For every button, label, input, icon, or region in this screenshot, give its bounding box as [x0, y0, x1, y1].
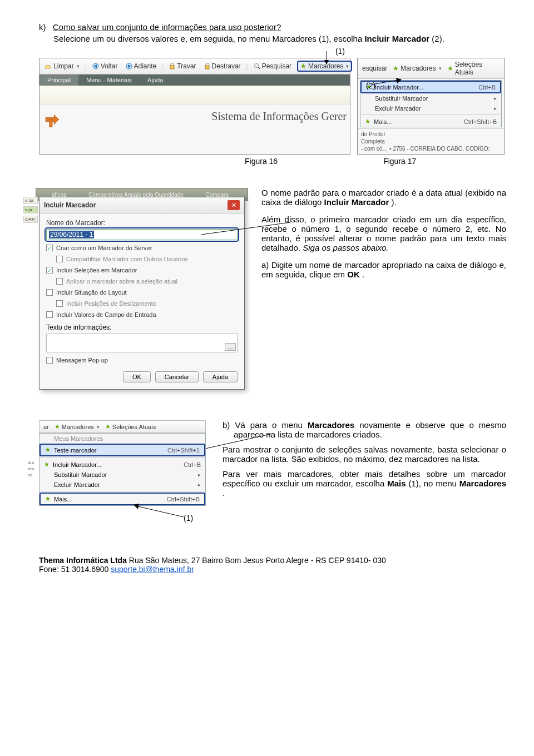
fig17-top: esquisar ★Marcadores▾ ★Seleções Atuais: [358, 58, 504, 79]
fig17-pesquisar[interactable]: esquisar: [360, 59, 389, 77]
ok-button[interactable]: OK: [123, 371, 151, 382]
dialog-title: Incluir Marcador: [44, 201, 96, 209]
fig16-system-title: Sistema de Informações Gerer: [211, 110, 347, 123]
menu2-teste-marcador[interactable]: ★ Teste-marcador Ctrl+Shift+1: [39, 444, 205, 456]
svg-line-12: [258, 67, 260, 69]
svg-line-14: [201, 222, 290, 235]
footer-phone: Fone: 51 3014.6900: [39, 565, 111, 574]
chk-layout[interactable]: Incluir Situação do Layout: [46, 289, 238, 296]
leader-line-mid: [201, 221, 296, 238]
chk-server[interactable]: ✓Criar como um Marcador do Server: [46, 245, 238, 251]
checkbox-icon: [56, 256, 63, 262]
menu-mais-shortcut: Ctrl+Shift+B: [464, 118, 497, 125]
menu-incluir-shortcut: Ctrl+B: [478, 84, 496, 91]
checkbox-icon: ✓: [46, 267, 53, 273]
destravar-label: Destravar: [212, 62, 241, 70]
right-text-mid: O nome padrão para o marcador criado é a…: [261, 188, 506, 287]
dialog-left-strip: o ca s pr ORR: [23, 197, 38, 223]
footer-address: Rua São Mateus, 27 Bairro Bom Jesus Port…: [129, 556, 386, 565]
checkbox-icon: [46, 289, 53, 296]
adiante-label: Adiante: [134, 62, 157, 70]
info-textarea[interactable]: …: [46, 334, 238, 352]
svg-rect-4: [46, 66, 50, 68]
svg-point-11: [254, 64, 258, 68]
star-plus-icon: ★: [365, 118, 370, 125]
leader-arrow-1: [313, 51, 340, 64]
chk-slide[interactable]: Incluir Posições de Deslizamento: [56, 300, 238, 307]
menu2-wrapper: ar ★Marcadores▾ ★Seleções Atuais Meus Ma…: [39, 420, 206, 506]
svg-rect-10: [205, 66, 209, 69]
info-label: Texto de informações:: [46, 324, 238, 331]
voltar-button[interactable]: Voltar: [90, 61, 120, 71]
star-icon: ★: [105, 423, 111, 430]
chk-share[interactable]: Compartilhar Marcador com Outros Usuário…: [56, 256, 238, 262]
star-icon: ★: [44, 461, 50, 468]
chk-selecoes[interactable]: ✓Incluir Seleções em Marcador: [46, 267, 238, 273]
checkbox-icon: ✓: [46, 245, 53, 251]
adiante-button[interactable]: Adiante: [123, 61, 159, 71]
star-plus-icon: ★: [45, 495, 51, 503]
fig17-selecoes[interactable]: ★Seleções Atuais: [445, 59, 502, 77]
footer-email-link[interactable]: suporte.bi@thema.inf.br: [111, 565, 194, 574]
arrow-logo-icon: [43, 110, 62, 129]
pesquisar-button[interactable]: Pesquisar: [251, 61, 294, 71]
menu2-excluir[interactable]: Excluir Marcador▸: [39, 480, 205, 490]
menu2-ar[interactable]: ar: [41, 422, 51, 431]
intro-text-pre: Selecione um ou diversos valores e, em s…: [53, 34, 364, 43]
chevron-right-icon: ▸: [494, 106, 497, 111]
menu-mais[interactable]: ★ Mais... Ctrl+Shift+B: [360, 116, 501, 127]
search-icon: [254, 63, 260, 69]
star-icon: ★: [300, 62, 306, 70]
menu2-marcadores[interactable]: ★Marcadores▾: [52, 422, 102, 431]
help-button[interactable]: Ajuda: [203, 371, 238, 382]
limpar-button[interactable]: Limpar▾: [43, 61, 82, 71]
fig17-caption: Figura 17: [383, 157, 416, 166]
marker-name-value: 29/06/2011 - 1: [49, 231, 94, 238]
limpar-label: Limpar: [53, 62, 74, 70]
lock-icon: [169, 63, 175, 69]
page-footer: Thema Informática Ltda Rua São Mateus, 2…: [39, 556, 506, 574]
chk-apply[interactable]: Aplicar o marcador sobre a seleção atual: [56, 278, 238, 285]
tab-menu-materiais[interactable]: Menu - Materiais: [78, 74, 140, 86]
fig16-content: Sistema de Informações Gerer: [39, 105, 350, 135]
svg-line-16: [136, 506, 184, 517]
chevron-right-icon: ▸: [198, 472, 201, 478]
svg-line-2: [372, 80, 398, 84]
fig16-banner: [39, 86, 350, 105]
cancel-button[interactable]: Cancelar: [155, 371, 199, 382]
checkbox-icon: [56, 278, 63, 285]
section-heading: k) Como salvar um conjunto de informaçõe…: [39, 22, 506, 32]
tab-ajuda[interactable]: Ajuda: [140, 74, 171, 86]
menu2-substituir[interactable]: Substituir Marcador▸: [39, 470, 205, 480]
menu2-meus: Meus Marcadores: [39, 434, 205, 444]
star-icon: ★: [447, 64, 453, 72]
fig17-marcadores[interactable]: ★Marcadores▾: [390, 59, 443, 77]
callout-1: (1): [39, 47, 506, 56]
menu2: Meus Marcadores ★ Teste-marcador Ctrl+Sh…: [39, 433, 206, 506]
checkbox-icon: [56, 300, 63, 307]
chk-popup[interactable]: Mensagem Pop-up: [46, 357, 238, 364]
intro-text-bold: Incluir Marcador: [364, 34, 429, 43]
svg-marker-17: [134, 504, 139, 509]
tab-principal[interactable]: Principal: [39, 74, 78, 86]
heading-title: Como salvar um conjunto de informações p…: [53, 22, 281, 32]
svg-marker-1: [324, 60, 329, 64]
figure-16: Limpar▾ | Voltar Adiante | Travar: [39, 58, 350, 155]
back-icon: [92, 63, 99, 69]
menu-excluir[interactable]: Excluir Marcador▸: [360, 103, 501, 113]
svg-rect-13: [50, 120, 52, 127]
chk-entry[interactable]: Incluir Valores de Campo de Entrada: [46, 311, 238, 318]
checkbox-icon: [46, 357, 53, 364]
menu2-selecoes[interactable]: ★Seleções Atuais: [103, 422, 158, 431]
menu-substituir[interactable]: Substituir Marcador▸: [360, 93, 501, 103]
chevron-right-icon: ▸: [494, 96, 497, 101]
svg-rect-9: [170, 66, 174, 69]
close-button[interactable]: ✕: [228, 200, 240, 210]
svg-marker-3: [396, 78, 402, 83]
menu2-incluir[interactable]: ★ Incluir Marcador... Ctrl+B: [39, 459, 205, 470]
figure-17: esquisar ★Marcadores▾ ★Seleções Atuais ★…: [357, 58, 505, 155]
travar-button[interactable]: Travar: [167, 61, 198, 71]
ellipsis-button[interactable]: …: [225, 343, 236, 351]
forward-icon: [126, 63, 132, 69]
destravar-button[interactable]: Destravar: [202, 61, 243, 71]
